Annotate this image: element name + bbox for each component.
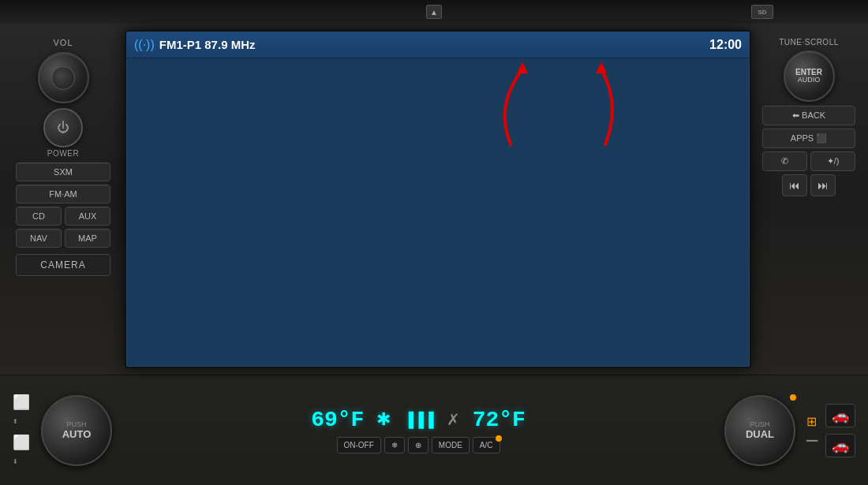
seat-heat-right-button[interactable]: 🚗 <box>825 434 855 457</box>
defrost-rear-icon[interactable]: ⬜⬇ <box>13 434 30 468</box>
vol-label: VOL <box>53 38 73 47</box>
cd-button[interactable]: CD <box>16 207 62 226</box>
fan-fast-button[interactable]: ⊕ <box>408 437 428 453</box>
brightness-button[interactable]: ✦/) <box>810 151 855 171</box>
fan-slow-button[interactable]: ❄ <box>384 437 405 453</box>
right-temp-knob-label: PUSH DUAL <box>746 420 774 440</box>
station-text: FM1-P1 87.9 MHz <box>159 38 709 51</box>
seat-heat-left-button[interactable]: 🚗 <box>825 404 855 427</box>
nav-button[interactable]: NAV <box>16 229 62 248</box>
power-label: POWER <box>47 149 79 158</box>
sxm-button[interactable]: SXM <box>16 162 110 181</box>
tune-scroll-knob[interactable]: ENTER AUDIO <box>784 50 835 102</box>
enter-audio-label: ENTER AUDIO <box>795 68 822 84</box>
phone-button[interactable]: ✆ <box>762 151 807 171</box>
left-controls: VOL ⏻ POWER SXM FM·AM CD AUX NAV MAP <box>8 30 118 368</box>
right-temp-display: 72°F <box>473 408 526 432</box>
eject-button[interactable]: ▲ <box>426 5 442 19</box>
left-button-grid: SXM FM·AM CD AUX NAV MAP CAMERA <box>8 162 118 276</box>
tune-label: TUNE·SCROLL <box>779 38 839 47</box>
on-off-button[interactable]: ON-OFF <box>337 437 381 453</box>
prev-track-button[interactable]: ⏮ <box>782 174 807 196</box>
apps-button[interactable]: APPS ⬛ <box>762 129 855 148</box>
radio-icon: ((·)) <box>134 38 155 52</box>
defrost-front-icon[interactable]: ⬜⬆ <box>13 394 30 427</box>
fm-am-button[interactable]: FM·AM <box>16 185 110 203</box>
power-btn-wrap: ⏻ POWER <box>43 108 83 158</box>
phone-brightness-row: ✆ ✦/) <box>762 151 855 171</box>
mode-icon: ✗ <box>447 410 460 429</box>
sd-slot[interactable]: SD <box>751 5 773 19</box>
left-temp-display: 69°F <box>311 408 364 432</box>
power-icon: ⏻ <box>57 121 69 135</box>
rear-defrost-icon[interactable]: ━━ <box>806 435 817 446</box>
center-screen-wrap: ((·)) FM1-P1 87.9 MHz 12:00 <box>125 30 751 368</box>
hvac-left-icons: ⬜⬆ ⬜⬇ <box>13 394 30 468</box>
hvac-right-icons: ⊞ ━━ <box>806 414 817 446</box>
top-deck: ▲ SD <box>0 0 868 24</box>
fan-speed-icon: ✱ <box>376 409 391 430</box>
hvac-buttons-row: ON-OFF ❄ ⊕ MODE A/C <box>337 437 500 453</box>
hvac-center: 69°F ✱ ▐▐▐ ✗ 72°F ON-OFF ❄ ⊕ MODE A/C <box>120 408 716 453</box>
mode-button[interactable]: MODE <box>432 437 470 453</box>
right-controls: TUNE·SCROLL ENTER AUDIO ⬅ BACK APPS ⬛ ✆ … <box>758 30 860 368</box>
left-temp-knob[interactable]: PUSH AUTO <box>41 395 112 466</box>
next-track-button[interactable]: ⏭ <box>810 174 836 196</box>
aux-button[interactable]: AUX <box>65 207 110 226</box>
power-button[interactable]: ⏻ <box>43 108 83 147</box>
camera-button[interactable]: CAMERA <box>16 254 110 276</box>
map-button[interactable]: MAP <box>65 229 110 248</box>
right-button-grid: ⬅ BACK APPS ⬛ ✆ ✦/) ⏮ ⏭ <box>758 106 860 196</box>
volume-knob[interactable] <box>38 52 89 103</box>
hvac-controls: ⬜⬆ ⬜⬇ PUSH AUTO 69°F ✱ ▐▐▐ ✗ 72°F ON-OFF… <box>0 375 868 485</box>
ac-active-indicator <box>496 435 502 442</box>
right-temp-knob[interactable]: PUSH DUAL <box>724 395 795 466</box>
media-controls-row: ⏮ ⏭ <box>762 174 855 196</box>
hvac-temps: 69°F ✱ ▐▐▐ ✗ 72°F <box>311 408 526 432</box>
screen-header: ((·)) FM1-P1 87.9 MHz 12:00 <box>126 32 750 58</box>
dual-active-indicator <box>790 394 796 401</box>
left-temp-knob-label: PUSH AUTO <box>62 420 92 440</box>
main-row: VOL ⏻ POWER SXM FM·AM CD AUX NAV MAP <box>0 24 868 375</box>
ac-button[interactable]: A/C <box>473 437 500 453</box>
clock-display: 12:00 <box>709 38 742 52</box>
seat-heat-controls: 🚗 🚗 <box>825 404 855 457</box>
engine-icon[interactable]: ⊞ <box>806 414 817 429</box>
fan-bars-display: ▐▐▐ <box>403 412 433 428</box>
nav-map-row: NAV MAP <box>16 229 110 248</box>
cd-aux-row: CD AUX <box>16 207 110 226</box>
car-infotainment-unit: ▲ SD VOL ⏻ POWER SXM FM·AM CD AUX <box>0 0 868 485</box>
back-button[interactable]: ⬅ BACK <box>762 106 855 125</box>
nav-screen: ((·)) FM1-P1 87.9 MHz 12:00 <box>125 30 751 368</box>
